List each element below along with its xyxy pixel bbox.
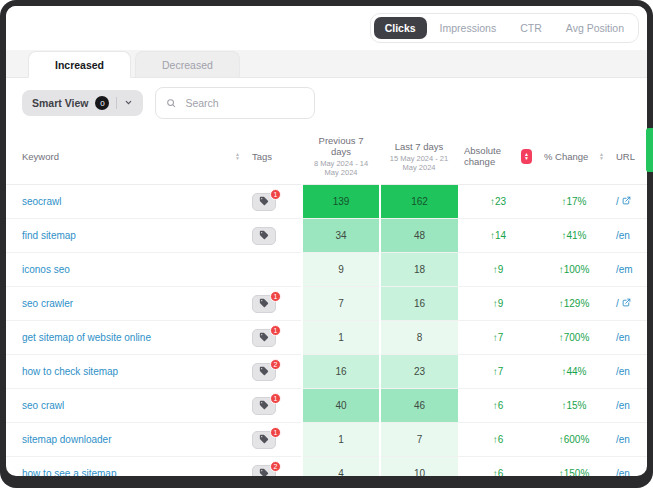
smart-view-label: Smart View: [32, 97, 88, 109]
pct-change-cell: ↑129%: [538, 287, 610, 321]
cut-off-green-element: [646, 128, 653, 172]
prev-period-value-cell: 16: [302, 355, 380, 389]
keyword-cell: sitemap downloader: [6, 423, 246, 457]
prev-period-value-cell: 40: [302, 389, 380, 423]
keyword-link[interactable]: how to see a sitemap: [22, 468, 117, 476]
prev-period-value-cell: 1: [302, 321, 380, 355]
sort-icon-active[interactable]: ▲▼: [521, 149, 532, 164]
url-link[interactable]: /en: [616, 230, 630, 241]
tag-count-badge: 1: [270, 189, 281, 200]
url-link[interactable]: /en: [616, 400, 630, 411]
column-header-pct-change[interactable]: % Change ▲▼: [538, 128, 610, 185]
tags-cell: 1: [246, 185, 302, 219]
tags-cell: 1: [246, 321, 302, 355]
table-body: seocrawl1139162↑23↑17%/find sitemap3448↑…: [6, 185, 647, 477]
tag-icon: [259, 332, 269, 344]
pct-change-value: ↑150%: [544, 468, 604, 476]
keywords-table: Keyword ▲▼ Tags Previous 7 days 8 May 20…: [6, 128, 647, 476]
pct-change-cell: ↑700%: [538, 321, 610, 355]
absolute-change-cell: ↑7: [458, 321, 538, 355]
metric-tab-avg-position[interactable]: Avg Position: [555, 17, 635, 39]
column-header-url[interactable]: URL ▲▼: [610, 128, 647, 185]
absolute-change-cell: ↑23: [458, 185, 538, 219]
tags-cell: 1: [246, 423, 302, 457]
toolbar: Smart View 0: [6, 78, 647, 128]
tag-count-badge: 1: [270, 325, 281, 336]
url-link[interactable]: /: [616, 196, 631, 207]
column-header-keyword[interactable]: Keyword ▲▼: [6, 128, 246, 185]
absolute-change-value: ↑6: [464, 468, 532, 476]
pct-change-value: ↑100%: [544, 264, 604, 275]
keywords-table-wrap: Keyword ▲▼ Tags Previous 7 days 8 May 20…: [6, 128, 647, 476]
external-link-icon: [622, 298, 631, 309]
tag-icon: [259, 196, 269, 208]
keyword-link[interactable]: seo crawl: [22, 400, 64, 411]
search-input[interactable]: [183, 96, 304, 110]
url-link[interactable]: /: [616, 298, 631, 309]
last-period-value-cell: 46: [380, 389, 458, 423]
keyword-link[interactable]: iconos seo: [22, 264, 70, 275]
keyword-link[interactable]: find sitemap: [22, 230, 76, 241]
absolute-change-cell: ↑7: [458, 355, 538, 389]
previous-date-range: 8 May 2024 - 14 May 2024: [308, 159, 374, 177]
absolute-change-cell: ↑6: [458, 423, 538, 457]
metric-tab-impressions[interactable]: Impressions: [429, 17, 508, 39]
last-period-value-cell: 48: [380, 219, 458, 253]
table-row: seo crawl14046↑6↑15%/en: [6, 389, 647, 423]
tag-chip[interactable]: 1: [252, 397, 276, 415]
tag-chip[interactable]: 1: [252, 295, 276, 313]
keyword-cell: get sitemap of website online: [6, 321, 246, 355]
tag-icon: [259, 230, 269, 242]
tag-chip[interactable]: 1: [252, 431, 276, 449]
dashboard-card: Clicks Impressions CTR Avg Position Incr…: [6, 6, 647, 476]
smart-view-dropdown[interactable]: Smart View 0: [22, 90, 143, 116]
tag-chip[interactable]: 2: [252, 363, 276, 381]
tag-icon: [259, 298, 269, 310]
column-header-last-label: Last 7 days: [395, 141, 444, 152]
sort-icon[interactable]: ▲▼: [235, 152, 240, 161]
absolute-change-cell: ↑9: [458, 253, 538, 287]
tag-count-badge: 2: [270, 461, 281, 472]
column-header-tags: Tags: [246, 128, 302, 185]
url-link[interactable]: /en: [616, 366, 630, 377]
pct-change-value: ↑129%: [544, 298, 604, 309]
tab-strip: Increased Decreased: [6, 50, 647, 78]
url-cell: /: [610, 185, 647, 219]
tag-count-badge: 1: [270, 427, 281, 438]
tag-chip[interactable]: [252, 227, 276, 245]
tab-increased[interactable]: Increased: [28, 51, 131, 78]
last-period-value-cell: 8: [380, 321, 458, 355]
external-link-icon: [622, 196, 631, 207]
table-row: sitemap downloader117↑6↑600%/en: [6, 423, 647, 457]
last-period-value-cell: 162: [380, 185, 458, 219]
tag-count-badge: 2: [270, 359, 281, 370]
tag-chip[interactable]: 1: [252, 329, 276, 347]
absolute-change-cell: ↑6: [458, 457, 538, 477]
column-header-previous-label: Previous 7 days: [319, 135, 364, 157]
pct-change-value: ↑600%: [544, 434, 604, 445]
keyword-link[interactable]: how to check sitemap: [22, 366, 118, 377]
keyword-link[interactable]: sitemap downloader: [22, 434, 112, 445]
search-icon: [166, 94, 176, 112]
last-period-value-cell: 16: [380, 287, 458, 321]
tag-chip[interactable]: 1: [252, 193, 276, 211]
column-header-absolute-change[interactable]: Absolute change ▲▼: [458, 128, 538, 185]
last-period-value-cell: 7: [380, 423, 458, 457]
tag-chip[interactable]: 2: [252, 465, 276, 476]
url-link[interactable]: /en: [616, 332, 630, 343]
url-link[interactable]: /en: [616, 434, 630, 445]
url-link[interactable]: /em: [616, 264, 633, 275]
keyword-link[interactable]: get sitemap of website online: [22, 332, 151, 343]
url-link[interactable]: /en: [616, 468, 630, 476]
metric-tab-ctr[interactable]: CTR: [509, 17, 553, 39]
prev-period-value-cell: 7: [302, 287, 380, 321]
tab-decreased[interactable]: Decreased: [135, 51, 240, 77]
metric-tab-clicks[interactable]: Clicks: [374, 17, 427, 39]
column-header-last: Last 7 days 15 May 2024 - 21 May 2024: [380, 128, 458, 185]
keyword-link[interactable]: seo crawler: [22, 298, 73, 309]
keyword-link[interactable]: seocrawl: [22, 196, 61, 207]
table-row: seo crawler1716↑9↑129%/: [6, 287, 647, 321]
url-cell: /: [610, 287, 647, 321]
pct-change-cell: ↑100%: [538, 253, 610, 287]
sort-icon[interactable]: ▲▼: [599, 152, 604, 161]
